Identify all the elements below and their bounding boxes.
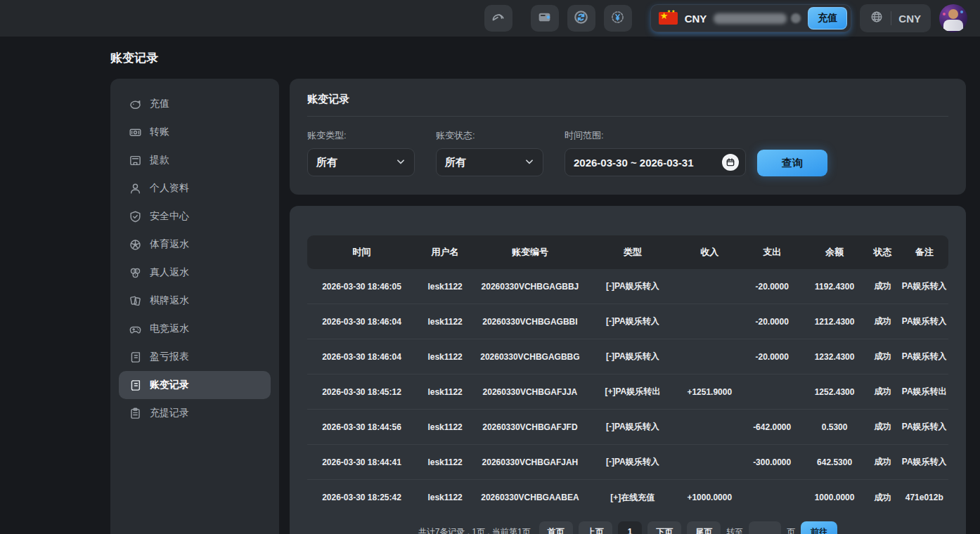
sidebar-item-0[interactable]: 充值 [119, 90, 271, 118]
table-body: 2026-03-30 18:46:05lesk112220260330VCHBG… [307, 269, 948, 515]
clipboard-icon [129, 407, 142, 420]
cell-balance: 0.5300 [804, 422, 865, 432]
cell-type: [-]PA娱乐转入 [586, 351, 679, 363]
cell-username: lesk1122 [416, 422, 474, 432]
date-range-input[interactable]: 2026-03-30 ~ 2026-03-31 [565, 148, 746, 176]
divider [891, 11, 891, 25]
report-icon [129, 351, 142, 364]
sidebar-item-1[interactable]: 转账 [119, 118, 271, 146]
cell-change-number: 20260330VCHBGAFJAH [474, 457, 586, 467]
sidebar-item-4[interactable]: 安全中心 [119, 202, 271, 230]
cell-username: lesk1122 [416, 493, 474, 502]
balance-visibility-icon[interactable] [791, 13, 801, 23]
cell-type: [-]PA娱乐转入 [586, 315, 679, 327]
search-button[interactable]: 查询 [757, 150, 827, 176]
table-row: 2026-03-30 18:44:41lesk112220260330VCHBG… [307, 445, 948, 480]
sidebar-item-3[interactable]: 个人资料 [119, 174, 271, 202]
cell-time: 2026-03-30 18:46:05 [307, 282, 416, 292]
atm-icon [129, 154, 142, 167]
sidebar-item-9[interactable]: 盈亏报表 [119, 343, 271, 371]
table-row: 2026-03-30 18:44:56lesk112220260330VCHBG… [307, 410, 948, 445]
cell-username: lesk1122 [416, 352, 474, 362]
cell-username: lesk1122 [416, 387, 474, 397]
main-content: 账变记录 账变类型: 所有 账变状态: 所有 [290, 79, 966, 534]
sidebar-item-6[interactable]: 真人返水 [119, 259, 271, 287]
page-number-input[interactable] [749, 521, 781, 534]
cards-icon [129, 294, 142, 308]
cell-status: 成功 [865, 492, 900, 504]
cell-change-number: 20260330VCHBGAGBBI [474, 317, 586, 327]
prev-page-button[interactable]: 上页 [579, 521, 612, 534]
cell-change-number: 20260330VCHBGAABEA [474, 493, 586, 502]
column-header-3: 类型 [586, 246, 679, 259]
shield-check-icon [129, 210, 142, 223]
table-row: 2026-03-30 18:46:04lesk112220260330VCHBG… [307, 339, 948, 375]
refresh-button[interactable] [567, 5, 595, 32]
page-suffix-label: 页 [787, 526, 795, 534]
recharge-button[interactable]: 充值 [808, 7, 847, 30]
cell-remark: PA娱乐转入 [901, 351, 948, 363]
calendar-icon [722, 154, 739, 171]
topbar: ★★★ CNY 充值 CNY [0, 0, 980, 37]
date-range-label: 时间范围: [565, 129, 746, 142]
sidebar-item-10[interactable]: 账变记录 [119, 371, 271, 399]
cell-change-number: 20260330VCHBGAGBBG [474, 352, 586, 362]
cell-remark: PA娱乐转入 [901, 315, 948, 327]
wallet-button[interactable] [531, 5, 559, 32]
sidebar-item-label: 提款 [150, 154, 169, 167]
sidebar-item-2[interactable]: 提款 [119, 146, 271, 174]
locale-selector[interactable]: CNY [860, 4, 931, 32]
type-filter-select[interactable]: 所有 [307, 148, 415, 176]
scroll-icon [129, 379, 142, 392]
table-row: 2026-03-30 18:45:12lesk112220260330VCHBG… [307, 375, 948, 410]
currency-button[interactable] [604, 5, 632, 32]
cell-type: [-]PA娱乐转入 [586, 280, 679, 292]
cell-balance: 1192.4300 [804, 282, 865, 292]
current-page-button[interactable]: 1 [618, 521, 643, 534]
gamepad-icon [129, 323, 142, 336]
sidebar-item-5[interactable]: 体育返水 [119, 230, 271, 259]
speedometer-button[interactable] [484, 5, 512, 32]
column-header-4: 收入 [679, 246, 740, 259]
sidebar-item-8[interactable]: 电竞返水 [119, 315, 271, 343]
table-row: 2026-03-30 18:25:42lesk112220260330VCHBG… [307, 480, 948, 515]
page-title: 账变记录 [110, 50, 158, 66]
cell-income: +1251.9000 [679, 387, 740, 397]
sidebar-item-label: 账变记录 [150, 379, 189, 391]
cell-expense: -300.0000 [740, 457, 804, 467]
cell-status: 成功 [865, 351, 900, 363]
cell-income: +1000.0000 [679, 493, 740, 502]
goto-label: 转至 [726, 526, 743, 534]
dice-icon [129, 266, 142, 280]
sidebar-item-11[interactable]: 充提记录 [119, 399, 271, 427]
sidebar-item-label: 真人返水 [150, 266, 189, 279]
last-page-button[interactable]: 尾页 [687, 521, 721, 534]
refresh-icon [574, 10, 588, 27]
sidebar-item-label: 体育返水 [150, 238, 189, 251]
cell-username: lesk1122 [416, 457, 474, 467]
status-filter-select[interactable]: 所有 [436, 148, 543, 176]
user-avatar[interactable] [939, 4, 967, 32]
type-filter-value: 所有 [316, 156, 337, 169]
balance-widget[interactable]: ★★★ CNY 充值 [650, 4, 852, 32]
next-page-button[interactable]: 下页 [647, 521, 681, 534]
soccer-icon [129, 238, 142, 252]
chevron-down-icon [524, 157, 534, 169]
column-header-8: 备注 [901, 246, 948, 259]
piggy-bank-icon [129, 98, 142, 111]
cell-change-number: 20260330VCHBGAGBBJ [474, 282, 586, 292]
go-button[interactable]: 前往 [801, 521, 837, 534]
sidebar-item-label: 个人资料 [150, 182, 189, 195]
cell-time: 2026-03-30 18:44:41 [307, 457, 416, 467]
balance-amount-censored [714, 13, 787, 24]
cell-username: lesk1122 [416, 282, 474, 292]
cell-username: lesk1122 [416, 317, 474, 327]
sidebar-menu: 充值转账提款个人资料安全中心体育返水真人返水棋牌返水电竞返水盈亏报表账变记录充提… [119, 90, 271, 427]
first-page-button[interactable]: 首页 [539, 521, 573, 534]
cell-type: [-]PA娱乐转入 [586, 421, 679, 433]
cell-time: 2026-03-30 18:25:42 [307, 493, 416, 502]
cell-status: 成功 [865, 386, 900, 398]
yen-circle-icon [610, 10, 625, 27]
sidebar-item-7[interactable]: 棋牌返水 [119, 287, 271, 315]
pagination-summary: 共计7条记录 , 1页 , 当前第1页 [418, 526, 531, 534]
